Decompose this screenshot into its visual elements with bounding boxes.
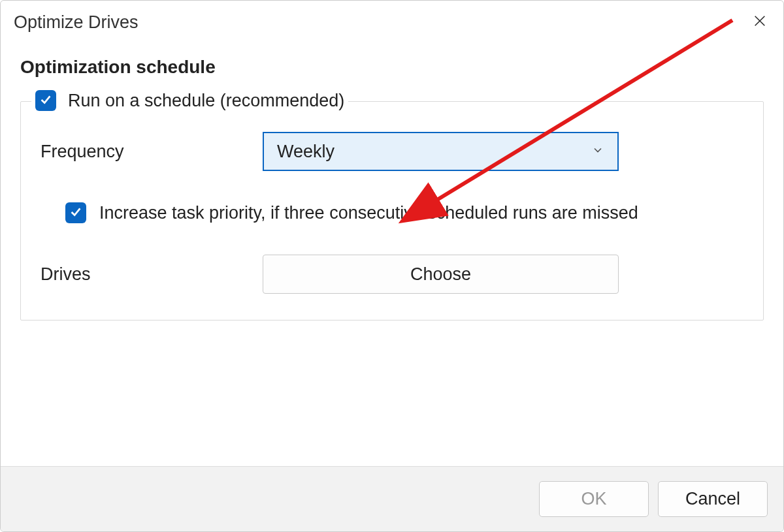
increase-priority-row: Increase task priority, if three consecu… (65, 202, 743, 223)
cancel-button[interactable]: Cancel (658, 481, 768, 517)
run-on-schedule-checkbox[interactable] (35, 90, 56, 111)
choose-button[interactable]: Choose (263, 255, 619, 294)
titlebar: Optimize Drives (1, 1, 783, 37)
increase-priority-checkbox[interactable] (65, 202, 86, 223)
run-on-schedule-row: Run on a schedule (recommended) (31, 90, 348, 111)
close-button[interactable] (748, 10, 772, 34)
checkmark-icon (69, 204, 83, 221)
dialog-content: Optimization schedule Run on a schedule … (1, 37, 783, 321)
close-icon (753, 14, 767, 31)
frequency-label: Frequency (41, 142, 263, 162)
drives-label: Drives (41, 264, 263, 285)
increase-priority-label: Increase task priority, if three consecu… (99, 203, 638, 223)
drives-row: Drives Choose (41, 255, 743, 294)
frequency-row: Frequency Weekly (41, 132, 743, 171)
run-on-schedule-label: Run on a schedule (recommended) (68, 91, 344, 111)
frequency-value: Weekly (277, 142, 335, 162)
section-heading: Optimization schedule (20, 57, 764, 78)
frequency-select[interactable]: Weekly (263, 132, 619, 171)
schedule-groupbox: Run on a schedule (recommended) Frequenc… (20, 101, 764, 321)
ok-button[interactable]: OK (539, 481, 649, 517)
dialog-footer: OK Cancel (1, 466, 783, 531)
chevron-down-icon (591, 144, 604, 159)
window-title: Optimize Drives (14, 12, 139, 33)
checkmark-icon (39, 92, 53, 109)
